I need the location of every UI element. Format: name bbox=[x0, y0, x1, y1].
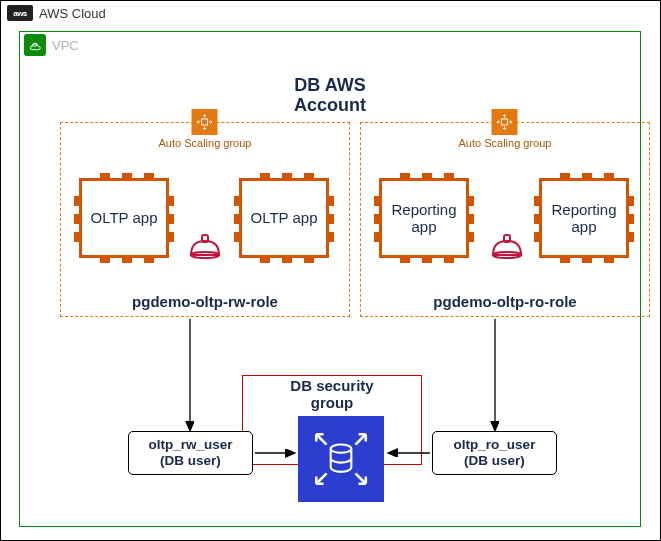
aws-logo-icon: aws bbox=[7, 5, 33, 21]
aws-cloud-text: AWS Cloud bbox=[39, 6, 106, 21]
aws-cloud-container: aws AWS Cloud VPC DB AWS Account Auto Sc… bbox=[0, 0, 661, 541]
connector-lines bbox=[20, 32, 642, 528]
aws-cloud-label: aws AWS Cloud bbox=[7, 5, 106, 21]
vpc-container: VPC DB AWS Account Auto Scaling group OL… bbox=[19, 31, 641, 527]
